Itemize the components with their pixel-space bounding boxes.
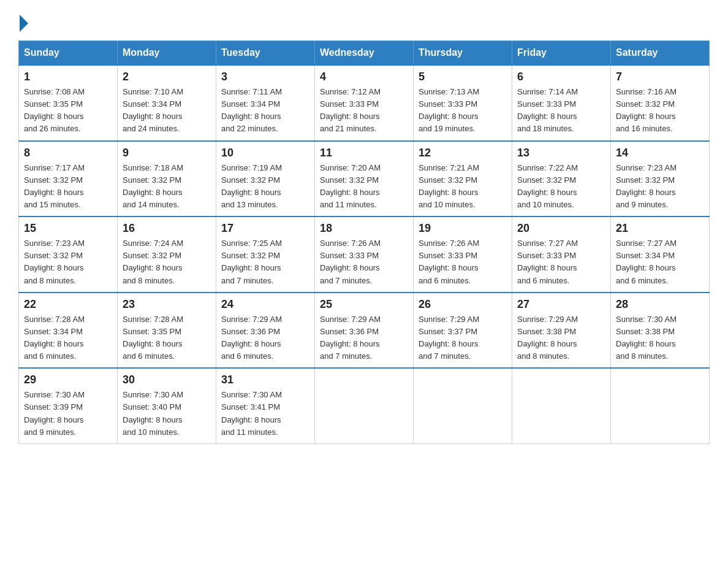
calendar-cell: 30 Sunrise: 7:30 AMSunset: 3:40 PMDaylig… [118,368,216,443]
calendar-cell: 23 Sunrise: 7:28 AMSunset: 3:35 PMDaylig… [118,293,216,369]
calendar-cell: 6 Sunrise: 7:14 AMSunset: 3:33 PMDayligh… [512,65,611,141]
calendar-cell [315,368,414,443]
day-info: Sunrise: 7:10 AMSunset: 3:34 PMDaylight:… [123,86,211,136]
day-number: 22 [24,298,112,311]
day-number: 4 [320,71,408,83]
day-info: Sunrise: 7:26 AMSunset: 3:33 PMDaylight:… [419,237,507,287]
day-number: 7 [616,71,704,83]
day-number: 29 [24,373,112,386]
day-number: 16 [123,222,211,235]
day-info: Sunrise: 7:18 AMSunset: 3:32 PMDaylight:… [123,162,211,212]
week-row-3: 15 Sunrise: 7:23 AMSunset: 3:32 PMDaylig… [19,216,710,293]
day-info: Sunrise: 7:25 AMSunset: 3:32 PMDaylight:… [221,237,309,287]
day-number: 26 [419,298,507,311]
day-info: Sunrise: 7:27 AMSunset: 3:34 PMDaylight:… [616,237,704,287]
day-info: Sunrise: 7:13 AMSunset: 3:33 PMDaylight:… [419,86,507,136]
day-number: 3 [221,71,309,83]
day-info: Sunrise: 7:28 AMSunset: 3:35 PMDaylight:… [123,313,211,363]
day-header-thursday: Thursday [414,41,512,66]
day-info: Sunrise: 7:22 AMSunset: 3:32 PMDaylight:… [517,162,605,212]
day-info: Sunrise: 7:29 AMSunset: 3:36 PMDaylight:… [320,313,408,363]
calendar-cell: 15 Sunrise: 7:23 AMSunset: 3:32 PMDaylig… [19,216,118,293]
day-info: Sunrise: 7:21 AMSunset: 3:32 PMDaylight:… [419,162,507,212]
page-header [18,12,710,29]
day-info: Sunrise: 7:19 AMSunset: 3:32 PMDaylight:… [221,162,309,212]
day-number: 15 [24,222,112,235]
logo-arrow-icon [20,15,28,32]
calendar-cell: 17 Sunrise: 7:25 AMSunset: 3:32 PMDaylig… [216,216,315,293]
day-number: 25 [320,298,408,311]
day-number: 12 [419,147,507,159]
day-info: Sunrise: 7:08 AMSunset: 3:35 PMDaylight:… [24,86,112,136]
day-info: Sunrise: 7:26 AMSunset: 3:33 PMDaylight:… [320,237,408,287]
day-info: Sunrise: 7:23 AMSunset: 3:32 PMDaylight:… [616,162,704,212]
day-info: Sunrise: 7:29 AMSunset: 3:38 PMDaylight:… [517,313,605,363]
week-row-4: 22 Sunrise: 7:28 AMSunset: 3:34 PMDaylig… [19,293,710,369]
day-info: Sunrise: 7:30 AMSunset: 3:40 PMDaylight:… [123,389,211,439]
logo [18,12,28,29]
calendar-cell: 21 Sunrise: 7:27 AMSunset: 3:34 PMDaylig… [611,216,710,293]
day-number: 24 [221,298,309,311]
day-info: Sunrise: 7:30 AMSunset: 3:38 PMDaylight:… [616,313,704,363]
day-info: Sunrise: 7:12 AMSunset: 3:33 PMDaylight:… [320,86,408,136]
week-row-1: 1 Sunrise: 7:08 AMSunset: 3:35 PMDayligh… [19,65,710,141]
week-row-5: 29 Sunrise: 7:30 AMSunset: 3:39 PMDaylig… [19,368,710,443]
day-number: 19 [419,222,507,235]
day-header-tuesday: Tuesday [216,41,315,66]
calendar-cell: 22 Sunrise: 7:28 AMSunset: 3:34 PMDaylig… [19,293,118,369]
calendar-cell: 20 Sunrise: 7:27 AMSunset: 3:33 PMDaylig… [512,216,611,293]
day-info: Sunrise: 7:28 AMSunset: 3:34 PMDaylight:… [24,313,112,363]
calendar-cell: 19 Sunrise: 7:26 AMSunset: 3:33 PMDaylig… [414,216,512,293]
calendar-table: SundayMondayTuesdayWednesdayThursdayFrid… [18,40,710,444]
day-number: 17 [221,222,309,235]
day-info: Sunrise: 7:24 AMSunset: 3:32 PMDaylight:… [123,237,211,287]
day-number: 30 [123,373,211,386]
calendar-cell: 31 Sunrise: 7:30 AMSunset: 3:41 PMDaylig… [216,368,315,443]
day-number: 2 [123,71,211,83]
calendar-cell: 7 Sunrise: 7:16 AMSunset: 3:32 PMDayligh… [611,65,710,141]
day-number: 5 [419,71,507,83]
day-info: Sunrise: 7:30 AMSunset: 3:41 PMDaylight:… [221,389,309,439]
day-info: Sunrise: 7:20 AMSunset: 3:32 PMDaylight:… [320,162,408,212]
calendar-cell: 1 Sunrise: 7:08 AMSunset: 3:35 PMDayligh… [19,65,118,141]
calendar-cell [512,368,611,443]
day-number: 28 [616,298,704,311]
week-row-2: 8 Sunrise: 7:17 AMSunset: 3:32 PMDayligh… [19,141,710,217]
day-number: 20 [517,222,605,235]
day-info: Sunrise: 7:11 AMSunset: 3:34 PMDaylight:… [221,86,309,136]
day-header-friday: Friday [512,41,611,66]
calendar-cell: 14 Sunrise: 7:23 AMSunset: 3:32 PMDaylig… [611,141,710,217]
calendar-cell: 24 Sunrise: 7:29 AMSunset: 3:36 PMDaylig… [216,293,315,369]
day-info: Sunrise: 7:14 AMSunset: 3:33 PMDaylight:… [517,86,605,136]
calendar-cell: 27 Sunrise: 7:29 AMSunset: 3:38 PMDaylig… [512,293,611,369]
day-header-wednesday: Wednesday [315,41,414,66]
day-info: Sunrise: 7:29 AMSunset: 3:37 PMDaylight:… [419,313,507,363]
day-number: 21 [616,222,704,235]
day-number: 31 [221,373,309,386]
calendar-cell: 9 Sunrise: 7:18 AMSunset: 3:32 PMDayligh… [118,141,216,217]
day-header-saturday: Saturday [611,41,710,66]
calendar-cell: 5 Sunrise: 7:13 AMSunset: 3:33 PMDayligh… [414,65,512,141]
day-number: 8 [24,147,112,159]
calendar-cell: 26 Sunrise: 7:29 AMSunset: 3:37 PMDaylig… [414,293,512,369]
calendar-cell: 4 Sunrise: 7:12 AMSunset: 3:33 PMDayligh… [315,65,414,141]
day-info: Sunrise: 7:16 AMSunset: 3:32 PMDaylight:… [616,86,704,136]
day-number: 1 [24,71,112,83]
calendar-cell: 28 Sunrise: 7:30 AMSunset: 3:38 PMDaylig… [611,293,710,369]
calendar-cell: 10 Sunrise: 7:19 AMSunset: 3:32 PMDaylig… [216,141,315,217]
calendar-cell: 29 Sunrise: 7:30 AMSunset: 3:39 PMDaylig… [19,368,118,443]
day-info: Sunrise: 7:23 AMSunset: 3:32 PMDaylight:… [24,237,112,287]
day-number: 14 [616,147,704,159]
day-number: 18 [320,222,408,235]
calendar-cell [611,368,710,443]
calendar-header-row: SundayMondayTuesdayWednesdayThursdayFrid… [19,41,710,66]
calendar-cell: 12 Sunrise: 7:21 AMSunset: 3:32 PMDaylig… [414,141,512,217]
day-number: 13 [517,147,605,159]
calendar-cell: 13 Sunrise: 7:22 AMSunset: 3:32 PMDaylig… [512,141,611,217]
day-number: 10 [221,147,309,159]
day-info: Sunrise: 7:27 AMSunset: 3:33 PMDaylight:… [517,237,605,287]
calendar-cell: 16 Sunrise: 7:24 AMSunset: 3:32 PMDaylig… [118,216,216,293]
day-header-monday: Monday [118,41,216,66]
day-number: 23 [123,298,211,311]
calendar-cell: 11 Sunrise: 7:20 AMSunset: 3:32 PMDaylig… [315,141,414,217]
